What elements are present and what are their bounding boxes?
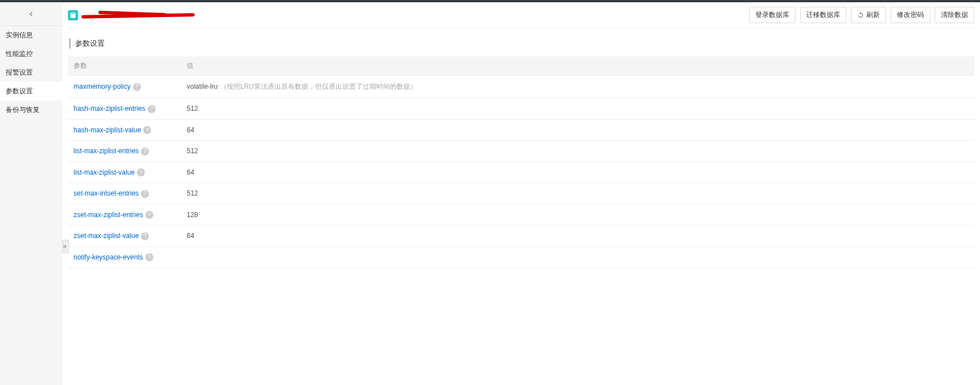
page-header: 登录数据库 迁移数据库 刷新 修改密码 清除数据	[68, 2, 974, 28]
help-icon[interactable]: ?	[148, 105, 156, 113]
param-name-link[interactable]: zset-max-ziplist-value	[74, 232, 139, 240]
param-value-note: （按照LRU算法逐出原有数据，但仅逐出设置了过期时间的数据）	[220, 83, 417, 90]
change-password-button[interactable]: 修改密码	[891, 7, 930, 23]
sidebar-item-4[interactable]: 备份与恢复	[0, 101, 62, 119]
chevron-left-icon	[28, 11, 35, 18]
param-row: notify-keyspace-events?	[68, 246, 974, 268]
param-row: list-max-ziplist-value?64	[68, 162, 974, 183]
param-row: hash-max-ziplist-entries?512	[68, 98, 974, 120]
param-value: 64	[181, 226, 974, 247]
param-name-link[interactable]: zset-max-ziplist-entries	[74, 211, 143, 219]
refresh-icon	[857, 12, 864, 19]
param-name-link[interactable]: set-max-intset-entries	[74, 189, 139, 197]
sidebar-item-2[interactable]: 报警设置	[0, 63, 62, 82]
sidebar-collapse-toggle[interactable]	[62, 240, 69, 253]
help-icon[interactable]: ?	[137, 168, 145, 176]
param-value	[181, 246, 974, 268]
param-name-link[interactable]: hash-max-ziplist-entries	[74, 105, 145, 113]
param-value: 64	[181, 162, 974, 183]
section-title: 参数设置	[69, 38, 974, 49]
param-name-link[interactable]: notify-keyspace-events	[74, 253, 143, 261]
database-icon	[68, 10, 78, 20]
sidebar-item-0[interactable]: 实例信息	[0, 26, 62, 45]
help-icon[interactable]: ?	[145, 253, 153, 261]
sidebar: 实例信息性能监控报警设置参数设置备份与恢复	[0, 2, 62, 385]
param-row: zset-max-ziplist-value?64	[68, 226, 974, 247]
help-icon[interactable]: ?	[143, 126, 151, 134]
column-header-value: 值	[181, 57, 974, 76]
param-name-link[interactable]: maxmemory-policy	[74, 83, 131, 90]
header-actions: 登录数据库 迁移数据库 刷新 修改密码 清除数据	[749, 7, 974, 23]
param-row: maxmemory-policy?volatile-lru（按照LRU算法逐出原…	[68, 76, 974, 98]
help-icon[interactable]: ?	[141, 190, 149, 198]
column-header-param: 参数	[68, 57, 181, 76]
clear-data-button[interactable]: 清除数据	[935, 7, 974, 23]
login-database-button[interactable]: 登录数据库	[749, 7, 796, 23]
param-value: 512	[181, 141, 974, 162]
param-value: 128	[181, 204, 974, 226]
params-table: 参数 值 maxmemory-policy?volatile-lru（按照LRU…	[68, 57, 974, 268]
migrate-database-button[interactable]: 迁移数据库	[800, 7, 846, 23]
help-icon[interactable]: ?	[141, 148, 149, 155]
refresh-button[interactable]: 刷新	[851, 7, 886, 23]
help-icon[interactable]: ?	[145, 211, 153, 219]
param-name-link[interactable]: hash-max-ziplist-value	[74, 126, 141, 134]
help-icon[interactable]: ?	[141, 232, 149, 240]
param-row: hash-max-ziplist-value?64	[68, 119, 974, 141]
instance-name-redacted	[81, 10, 195, 21]
collapse-icon	[63, 244, 68, 249]
param-row: set-max-intset-entries?512	[68, 183, 974, 205]
param-row: list-max-ziplist-entries?512	[68, 141, 974, 162]
param-value: 512	[181, 183, 974, 205]
param-value: volatile-lru（按照LRU算法逐出原有数据，但仅逐出设置了过期时间的数…	[181, 76, 974, 98]
param-name-link[interactable]: list-max-ziplist-value	[74, 168, 135, 176]
main-content: 登录数据库 迁移数据库 刷新 修改密码 清除数据 参数设置 参数 值 maxme…	[62, 2, 980, 385]
param-name-link[interactable]: list-max-ziplist-entries	[74, 147, 139, 155]
back-button[interactable]	[0, 2, 62, 26]
help-icon[interactable]: ?	[133, 83, 141, 91]
param-value: 64	[181, 119, 974, 141]
sidebar-item-3[interactable]: 参数设置	[0, 82, 62, 101]
param-row: zset-max-ziplist-entries?128	[68, 204, 974, 226]
sidebar-item-1[interactable]: 性能监控	[0, 45, 62, 63]
param-value: 512	[181, 98, 974, 120]
